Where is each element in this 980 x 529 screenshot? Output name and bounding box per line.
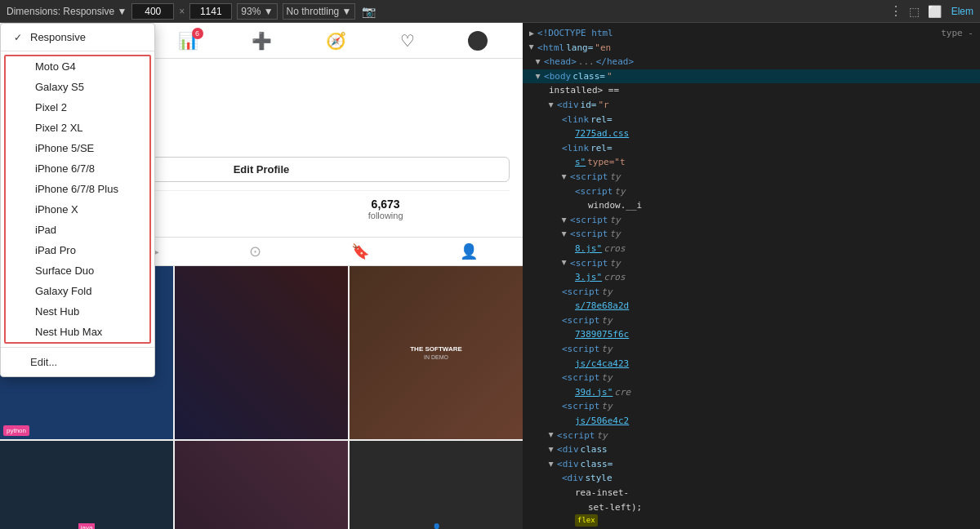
ig-tab-saved[interactable]: 🔖 [351, 242, 369, 260]
code-line: <script ty [523, 371, 980, 385]
ig-heart-icon[interactable]: ♡ [400, 31, 415, 51]
height-input[interactable] [189, 3, 232, 20]
device-option-iphone-678-plus[interactable]: iPhone 6/7/8 Plus [6, 179, 149, 199]
code-line: 8.js" cros [523, 242, 980, 256]
code-line: window.__i [523, 198, 980, 213]
dimensions-label[interactable]: Dimensions: Responsive ▼ [7, 6, 127, 17]
expand-icon[interactable]: ▶ [545, 103, 558, 108]
device-option-ipad-pro[interactable]: iPad Pro [6, 240, 149, 260]
expand-icon[interactable]: ▶ [532, 74, 545, 79]
dock-toggle-icon[interactable]: ⬜ [926, 3, 943, 20]
code-line: <script ty [523, 184, 980, 199]
code-line: <script ty [523, 399, 980, 414]
checkmark-icon: ✓ [14, 32, 25, 43]
devtools-panel: ▶ <!DOCTYPE html ▶ <html lang="en ▶ <hea… [523, 23, 980, 529]
code-line: ▶ <!DOCTYPE html [523, 26, 980, 41]
expand-icon[interactable]: ▶ [529, 27, 534, 40]
edit-devices-button[interactable]: Edit... [1, 351, 154, 373]
ig-add-icon[interactable]: ➕ [252, 31, 272, 51]
device-option-responsive[interactable]: ✓ Responsive [1, 27, 154, 47]
cursor-toggle-icon[interactable]: ⬚ [907, 3, 921, 20]
code-line: ▶ <div class= [523, 457, 980, 472]
code-line: js/506e4c2 [523, 414, 980, 429]
ig-grid-item[interactable]: java [0, 441, 173, 529]
device-dropdown-menu: ✓ Responsive Moto G4 Galaxy S5 Pixel 2 [0, 23, 155, 377]
ig-grid-item[interactable]: 👤 [350, 441, 523, 529]
flex-badge: flex [575, 514, 598, 526]
device-option-moto-g4[interactable]: Moto G4 [6, 56, 149, 77]
zoom-dropdown[interactable]: 93% ▼ [237, 3, 277, 20]
more-options-button[interactable]: ⋮ [889, 3, 902, 19]
code-line: ▶ <div id="f [523, 527, 980, 529]
device-preview-pane: m. 🏠 📊 6 ➕ 🧭 ♡ techviral [0, 23, 523, 529]
ig-grid-item[interactable] [175, 441, 348, 529]
code-line: ▶ <head>...</head> [523, 55, 980, 69]
expand-icon[interactable]: ▶ [525, 45, 538, 50]
device-option-iphone-678[interactable]: iPhone 6/7/8 [6, 158, 149, 179]
device-option-nest-hub-max[interactable]: Nest Hub Max [6, 322, 149, 342]
ig-tab-play[interactable]: ⊙ [249, 242, 261, 260]
code-line: ▶ <script ty [523, 213, 980, 228]
code-line: <script ty [523, 342, 980, 357]
ig-tab-tagged[interactable]: 👤 [460, 242, 478, 260]
ig-following-label: following [368, 211, 403, 220]
elementstext: Elem [951, 6, 973, 17]
device-option-pixel-2[interactable]: Pixel 2 [6, 97, 149, 118]
code-line: ▶ <script ty [523, 256, 980, 271]
code-line: <div style [523, 471, 980, 486]
code-line-selected: ▶ <body class=" [523, 69, 980, 84]
main-area: m. 🏠 📊 6 ➕ 🧭 ♡ techviral [0, 23, 980, 529]
menu-divider-2 [1, 347, 154, 348]
ig-following-count: 6,673 [368, 198, 403, 211]
device-option-surface-duo[interactable]: Surface Duo [6, 260, 149, 281]
ig-grid-item[interactable]: THE SOFTWARE IN DEMO [350, 266, 523, 439]
device-group: Moto G4 Galaxy S5 Pixel 2 Pixel 2 XL iPh… [4, 55, 151, 344]
code-line: 3.js" cros [523, 270, 980, 285]
menu-divider [1, 51, 154, 51]
ig-badge: 6 [192, 28, 203, 39]
device-option-pixel-2-xl[interactable]: Pixel 2 XL [6, 118, 149, 138]
expand-icon[interactable]: ▶ [545, 447, 558, 452]
type-suffix-label: type - [941, 26, 973, 41]
device-option-galaxy-s5[interactable]: Galaxy S5 [6, 77, 149, 97]
throttling-dropdown[interactable]: No throttling ▼ [283, 3, 356, 20]
code-line: ▶ <script ty [523, 170, 980, 184]
code-line: ▶ <script ty [523, 227, 980, 242]
expand-icon[interactable]: ▶ [558, 260, 571, 265]
code-line: 7275ad.css [523, 127, 980, 141]
width-input[interactable] [131, 3, 174, 20]
code-line: ▶ <html lang="en [523, 41, 980, 56]
device-option-nest-hub[interactable]: Nest Hub [6, 301, 149, 322]
code-line: rea-inset- [523, 486, 980, 500]
device-option-ipad[interactable]: iPad [6, 220, 149, 240]
code-line: installed> == [523, 83, 980, 98]
expand-icon[interactable]: ▶ [558, 218, 571, 223]
capture-icon[interactable]: 📷 [360, 3, 377, 20]
expand-icon[interactable]: ▶ [558, 232, 571, 237]
code-line: <script ty [523, 285, 980, 300]
code-line: <link rel= [523, 113, 980, 127]
code-line: set-left); [523, 500, 980, 515]
device-option-iphone-x[interactable]: iPhone X [6, 199, 149, 220]
code-line: ▶ <div id="r [523, 98, 980, 113]
ig-explore-icon[interactable]: 🧭 [326, 31, 346, 51]
expand-icon[interactable]: ▶ [545, 462, 558, 467]
code-line: 39d.js" cre [523, 385, 980, 400]
ig-following-stat: 6,673 following [368, 198, 403, 220]
code-line: flex [523, 514, 980, 526]
device-option-galaxy-fold[interactable]: Galaxy Fold [6, 281, 149, 301]
ig-activity-icon[interactable]: 📊 6 [178, 31, 198, 51]
code-line: <link rel= [523, 141, 980, 156]
device-option-iphone-5se[interactable]: iPhone 5/SE [6, 138, 149, 158]
code-line: js/c4ca423 [523, 357, 980, 371]
expand-icon[interactable]: ▶ [558, 175, 571, 180]
code-line: s" type="t [523, 155, 980, 170]
dimension-separator: × [179, 6, 185, 17]
expand-icon[interactable]: ▶ [532, 60, 545, 64]
code-line: ▶ <div class [523, 442, 980, 457]
expand-icon[interactable]: ▶ [545, 433, 558, 438]
devtools-toolbar: Dimensions: Responsive ▼ × 93% ▼ No thro… [0, 0, 980, 23]
ig-grid-item[interactable] [175, 266, 348, 439]
ig-nav-avatar[interactable] [468, 31, 488, 51]
devtools-code-view[interactable]: ▶ <!DOCTYPE html ▶ <html lang="en ▶ <hea… [523, 23, 980, 529]
